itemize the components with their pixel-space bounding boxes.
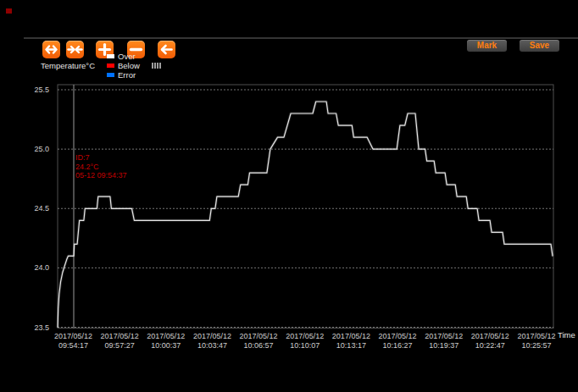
x-axis-label-date: 2017/05/12 [464,332,515,341]
x-axis-label-date: 2017/05/12 [325,332,376,341]
y-axis-label: 23.5 [0,323,49,332]
x-axis-label-date: 2017/05/12 [186,332,237,341]
y-axis-label: 25.5 [0,86,49,94]
y-axis-label: 24.0 [0,263,49,272]
x-axis-label-date: 2017/05/12 [419,332,470,341]
x-axis-label-date: 2017/05/12 [511,332,562,341]
x-axis-label-date: 2017/05/12 [48,332,99,341]
x-axis-label: 2017/05/1210:13:17 [325,332,376,351]
annotation-id: ID:7 [75,153,127,163]
x-axis-label-time: 10:13:17 [325,341,376,351]
x-axis-label: 2017/05/1209:54:17 [48,332,99,351]
x-axis-label-time: 09:57:27 [94,341,145,351]
x-axis-label-date: 2017/05/12 [233,332,284,341]
annotation-datetime: 05-12 09:54:37 [75,171,127,180]
x-axis-label-date: 2017/05/12 [141,332,192,341]
plot-border [58,85,553,329]
y-axis-label: 25.0 [0,145,49,153]
x-axis-label-time: 10:06:57 [233,341,284,351]
x-axis-label-date: 2017/05/12 [372,332,423,341]
cursor-annotation: ID:7 24.2°C 05-12 09:54:37 [75,153,127,180]
x-axis-label: 2017/05/1210:03:47 [186,332,237,351]
x-axis-label: 2017/05/1210:25:57 [511,332,562,351]
x-axis-label: 2017/05/1210:10:07 [280,332,331,351]
x-axis-label: 2017/05/1209:57:27 [94,332,145,351]
x-axis-title: Time [558,330,575,340]
x-axis-label-time: 10:22:47 [464,341,515,351]
x-axis-label: 2017/05/1210:22:47 [464,332,515,351]
x-axis-label-time: 10:16:27 [372,341,423,351]
x-axis-label-time: 10:03:47 [186,341,237,351]
temperature-logger-window: Mark Save Temperature°C OverBelowError 2… [0,0,578,392]
annotation-temp: 24.2°C [75,163,127,172]
y-axis-label: 24.5 [0,204,49,213]
x-axis-label: 2017/05/1210:06:57 [233,332,284,351]
x-axis-label-time: 10:10:07 [280,341,331,351]
x-axis-label-date: 2017/05/12 [94,332,145,341]
x-axis-label: 2017/05/1210:19:37 [419,332,470,351]
x-axis-label: 2017/05/1210:16:27 [372,332,423,351]
x-axis-label-time: 10:00:37 [141,341,192,351]
x-axis-label: 2017/05/1210:00:37 [141,332,192,351]
x-axis-label-time: 09:54:17 [48,341,99,351]
x-axis-label-time: 10:19:37 [419,341,470,351]
x-axis-label-date: 2017/05/12 [280,332,331,341]
x-axis-label-time: 10:25:57 [511,341,562,351]
